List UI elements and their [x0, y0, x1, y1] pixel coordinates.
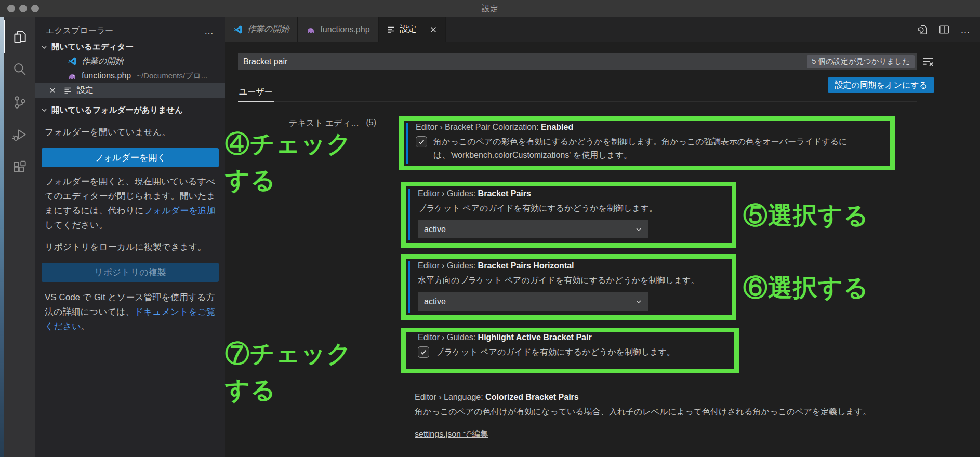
setting-category: Editor › Guides: [418, 189, 475, 198]
annotation-step4-label: ④チェック する [225, 126, 352, 198]
setting-description: 角かっこのペアの彩色を有効にするかどうかを制御します。角かっこの強調表示の色をオ… [433, 135, 886, 162]
setting-category: Editor › Guides: [418, 261, 475, 270]
edit-in-settings-json-link[interactable]: settings.json で編集 [415, 429, 488, 440]
open-editors-section-header[interactable]: 開いているエディター [35, 40, 225, 54]
editor-area: 作業の開始 functions.php 設定 [225, 17, 980, 457]
settings-list-icon [64, 86, 72, 95]
sidebar-more-actions-button[interactable]: … [204, 25, 215, 36]
activity-source-control-button[interactable] [4, 86, 35, 118]
git-doc-text-after: 。 [81, 321, 90, 331]
open-editor-item-functions-php[interactable]: functions.php ~/Documents/プロ... [35, 69, 225, 83]
setting-guides-bracket-pairs-horizontal: Editor › Guides: Bracket Pairs Horizonta… [401, 254, 736, 320]
split-editor-icon[interactable] [938, 24, 950, 35]
extensions-icon [12, 160, 28, 176]
annotation-step5-label: ⑤選択する [743, 197, 869, 234]
setting-description: ブラケット ペアのガイドを有効にするかどうかを制御します。 [435, 345, 675, 359]
activity-search-button[interactable] [4, 53, 35, 86]
open-editor-label: 作業の開始 [82, 56, 123, 67]
setting-name: Enabled [541, 123, 573, 131]
turn-on-settings-sync-button[interactable]: 設定の同期をオンにする [828, 77, 934, 93]
files-icon [12, 29, 28, 45]
setting-name: Bracket Pairs Horizontal [478, 261, 574, 270]
setting-description: 水平方向のブラケット ペアのガイドを有効にするかどうかを制御します。 [418, 274, 728, 287]
run-and-debug-icon [12, 127, 28, 143]
tab-welcome[interactable]: 作業の開始 [225, 17, 298, 42]
no-folder-text: フォルダーを開いていません。 [35, 117, 225, 140]
activity-extensions-button[interactable] [4, 151, 35, 184]
activity-explorer-button[interactable] [4, 20, 35, 53]
chevron-down-icon [635, 226, 642, 233]
setting-category: Editor › Language: [415, 393, 483, 401]
settings-list-icon [387, 25, 395, 34]
setting-select-dropdown[interactable]: active [418, 220, 648, 238]
setting-name: Highlight Active Bracket Pair [478, 333, 592, 342]
tab-label: 作業の開始 [247, 24, 289, 35]
clear-filters-icon[interactable] [921, 55, 935, 69]
setting-title: Editor › Guides: Bracket Pairs Horizonta… [418, 261, 728, 271]
setting-select-dropdown[interactable]: active [418, 292, 648, 311]
minimize-window-button[interactable] [19, 5, 27, 12]
search-value: Bracket pair [243, 57, 287, 66]
checkbox-checked[interactable] [418, 346, 429, 358]
settings-scope-bar: ユーザー [238, 82, 917, 102]
setting-name: Bracket Pairs [478, 189, 531, 198]
more-actions-button[interactable]: … [960, 24, 971, 35]
annotation-step7-label: ⑦チェック する [225, 335, 352, 408]
select-value: active [424, 297, 446, 306]
open-editor-item-welcome[interactable]: 作業の開始 [35, 54, 225, 69]
no-folder-section-header[interactable]: 開いているフォルダーがありません [35, 101, 225, 117]
toc-text-editor-item[interactable]: テキスト エディ… (5) [289, 118, 376, 129]
tab-user-settings[interactable]: ユーザー [238, 85, 274, 102]
titlebar: 設定 [0, 0, 980, 17]
setting-title: Editor › Guides: Highlight Active Bracke… [418, 333, 731, 342]
setting-guides-bracket-pairs: Editor › Guides: Bracket Pairs ブラケット ペアの… [401, 182, 736, 248]
setting-category: Editor › Bracket Pair Colorization: [416, 123, 539, 131]
setting-title: Editor › Guides: Bracket Pairs [418, 189, 728, 198]
setting-description: ブラケット ペアのガイドを有効にするかどうかを制御します。 [418, 201, 728, 215]
setting-title: Editor › Language: Colorized Bracket Pai… [415, 393, 980, 402]
search-icon [12, 62, 28, 77]
tab-bar: 作業の開始 functions.php 設定 [225, 17, 980, 42]
toc-label: テキスト エディ… [289, 118, 359, 129]
vscode-window: 設定 [0, 0, 980, 457]
add-folder-link[interactable]: フォルダーを追加 [144, 206, 216, 216]
results-count-badge: 5 個の設定が見つかりました [807, 55, 915, 68]
chevron-down-icon [41, 106, 48, 114]
open-editor-path: ~/Documents/プロ... [137, 71, 207, 81]
tab-label: 設定 [400, 24, 417, 35]
close-icon[interactable] [49, 87, 56, 94]
git-doc-paragraph: VS Code で Git とソース管理を使用する方法の詳細については、ドキュメ… [35, 285, 225, 334]
sidebar-header: エクスプローラー … [35, 21, 225, 40]
open-editor-item-settings[interactable]: 設定 [35, 83, 225, 98]
close-window-button[interactable] [7, 5, 15, 12]
vscode-icon [233, 25, 243, 34]
activity-run-debug-button[interactable] [4, 118, 35, 151]
tab-label: functions.php [320, 25, 369, 34]
toc-count: (5) [366, 118, 376, 129]
setting-category: Editor › Guides: [418, 333, 475, 342]
php-icon [68, 71, 77, 80]
close-warning-text-after: してください。 [45, 220, 108, 230]
vscode-icon [68, 57, 77, 66]
zoom-window-button[interactable] [31, 5, 39, 12]
tab-settings[interactable]: 設定 [379, 17, 446, 42]
chevron-down-icon [635, 298, 642, 305]
open-folder-button[interactable]: フォルダーを開く [42, 148, 219, 167]
activity-bar [4, 17, 35, 457]
clone-repository-button[interactable]: リポジトリの複製 [42, 263, 219, 282]
checkbox-checked[interactable] [416, 136, 427, 147]
modified-indicator [408, 189, 410, 240]
clone-text: リポジトリをローカルに複製できます。 [35, 233, 225, 254]
tab-functions-php[interactable]: functions.php [298, 17, 378, 42]
explorer-sidebar: エクスプローラー … 開いているエディター 作業の開始 function [35, 17, 225, 457]
setting-bracket-pair-colorization: Editor › Bracket Pair Colorization: Enab… [399, 116, 895, 170]
no-folder-section-label: 開いているフォルダーがありません [51, 105, 183, 116]
source-control-icon [12, 95, 28, 110]
close-tab-icon[interactable] [430, 26, 437, 33]
select-value: active [424, 225, 446, 234]
php-icon [306, 25, 315, 34]
settings-search-input[interactable]: Bracket pair 5 個の設定が見つかりました [238, 53, 917, 70]
setting-colorized-bracket-pairs: Editor › Language: Colorized Bracket Pai… [415, 393, 980, 440]
open-settings-json-icon[interactable] [917, 24, 928, 35]
window-title: 設定 [0, 0, 980, 17]
